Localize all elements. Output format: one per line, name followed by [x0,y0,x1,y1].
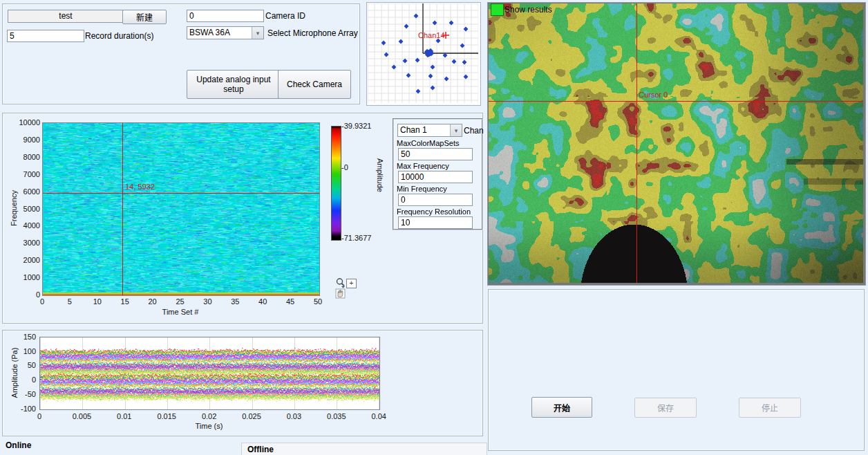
tick-label: 5000 [7,205,40,213]
tick-label: 50 [308,297,328,306]
pan-hand-icon[interactable] [335,288,346,299]
tick-label: 0 [4,375,36,384]
tab-offline[interactable]: Offline [241,443,487,455]
tick-label: -50 [4,390,36,398]
tick-label: 0.025 [238,412,265,420]
tick-label: 1000 [7,273,40,281]
waveform-traces [40,337,379,409]
spectrogram-plot[interactable]: 14, 5932 [42,122,320,296]
settings-panel: test 新建 5 Record duration(s) 0 Camera ID… [2,3,360,104]
camera-cursor-hline[interactable] [489,101,863,102]
mic-array-geometry [368,3,478,103]
maxcolormapsets-field[interactable]: 50 [398,148,473,160]
app-window: test 新建 5 Record duration(s) 0 Camera ID… [0,0,868,455]
tick-label: 30 [197,297,218,306]
show-results-label: Show results [504,5,552,15]
mic-array-select[interactable]: BSWA 36A ▾ [187,26,264,39]
tick-label: 150 [4,333,36,341]
tick-label: 7000 [7,170,40,178]
save-button[interactable]: 保存 [634,398,697,418]
frequency-resolution-label: Frequency Resolution [397,207,471,216]
update-analog-input-button[interactable]: Update analog input setup [187,70,281,99]
tick-label: 6000 [7,187,40,196]
min-frequency-field[interactable]: 0 [398,194,473,206]
chevron-down-icon[interactable]: ▾ [252,27,263,39]
stop-button[interactable]: 停止 [739,398,801,418]
camera-cursor-vline[interactable] [636,3,637,283]
min-frequency-label: Min Frequency [397,185,447,193]
tick-label: 0.035 [323,412,350,420]
tick-label: 20 [142,297,163,306]
tick-label: 35 [225,297,245,306]
tick-label: 100 [4,347,36,355]
spectrogram-cursor-label: 14, 5932 [125,183,155,191]
max-frequency-label: Max Frequency [397,162,449,170]
mic-array-plot[interactable]: Chan14 [366,2,481,106]
tick-label: 2000 [7,256,40,264]
tick-label: 4000 [7,221,40,230]
tick-label: 50 [4,361,36,369]
tick-label: 5 [59,297,80,306]
camera-id-field[interactable]: 0 [187,10,264,22]
tab-online[interactable]: Online [6,440,31,450]
camera-id-label: Camera ID [265,11,305,21]
tick-label: 10 [87,297,108,306]
record-duration-field[interactable]: 5 [7,30,84,42]
start-button[interactable]: 开始 [531,397,592,418]
tab-offline-label: Offline [247,445,274,454]
tick-label: -100 [4,405,36,413]
spectrogram-cursor-hline[interactable] [43,193,319,194]
tick-label: 0.03 [280,412,308,420]
tick-label: 0.015 [153,412,180,420]
colorbar-max-label: -39.9321 [341,122,371,130]
tick-label: 3000 [7,239,40,247]
tick-label: 0.02 [196,412,223,420]
chan-select-value: Chan 1 [398,124,450,136]
record-control-panel: 开始 保存 停止 [488,289,865,451]
tick-label: 0 [32,297,53,306]
show-results-led[interactable] [491,3,504,16]
camera-view[interactable]: Show results Cursor 0 [487,2,866,286]
analysis-settings-panel: Chan 1 ▾ Chan MaxColorMapSets 50 Max Fre… [393,118,483,230]
tick-label: 8000 [7,153,40,161]
mic-cursor-label: Chan14 [418,31,445,39]
chan-label: Chan [464,126,484,136]
tick-label: 9000 [7,136,40,144]
camera-cursor-label: Cursor 0 [639,91,668,99]
zoom-tool-icon[interactable] [335,277,346,288]
colorbar [331,126,341,241]
colorbar-mid-label: -0 [341,163,348,171]
chevron-down-icon[interactable]: ▾ [450,124,462,136]
frequency-resolution-field[interactable]: 10 [398,216,473,229]
tick-label: 45 [280,297,301,306]
tick-label: 10000 [7,118,40,127]
tick-label: 0.04 [365,412,393,420]
mic-array-value: BSWA 36A [187,27,252,39]
colorbar-min-label: -71.3677 [341,234,371,242]
waveform-xlabel: Time (s) [39,422,379,430]
acoustic-camera-image [489,3,863,283]
tick-label: 25 [170,297,191,306]
chan-select[interactable]: Chan 1 ▾ [397,124,462,137]
spectrogram-xlabel: Time Set # [42,308,319,316]
tick-label: 0.005 [68,412,95,420]
spectrogram-cursor-vline[interactable] [122,123,123,295]
waveform-plot[interactable] [39,337,380,410]
check-camera-button[interactable]: Check Camera [278,70,351,99]
tick-label: 15 [115,297,135,306]
new-project-button[interactable]: 新建 [122,10,167,24]
tick-label: 0 [26,412,53,420]
project-name-field[interactable]: test [8,10,124,23]
spectrogram-panel: Frequency 100009000800070006000500040003… [2,113,483,324]
spectrogram-image [43,123,319,295]
mic-array-label: Select Microphone Array [267,28,358,38]
tick-label: 0.01 [111,412,138,420]
tick-label: 40 [252,297,273,306]
colorbar-axis-label: Amplitude [376,158,384,192]
record-duration-label: Record duration(s) [85,31,153,41]
maxcolormapsets-label: MaxColorMapSets [397,139,459,147]
max-frequency-field[interactable]: 10000 [398,171,473,183]
waveform-panel: Amplitude (Pa) 150100500-50-100 00.0050.… [2,330,483,436]
cursor-tool-icon[interactable]: + [346,279,357,288]
